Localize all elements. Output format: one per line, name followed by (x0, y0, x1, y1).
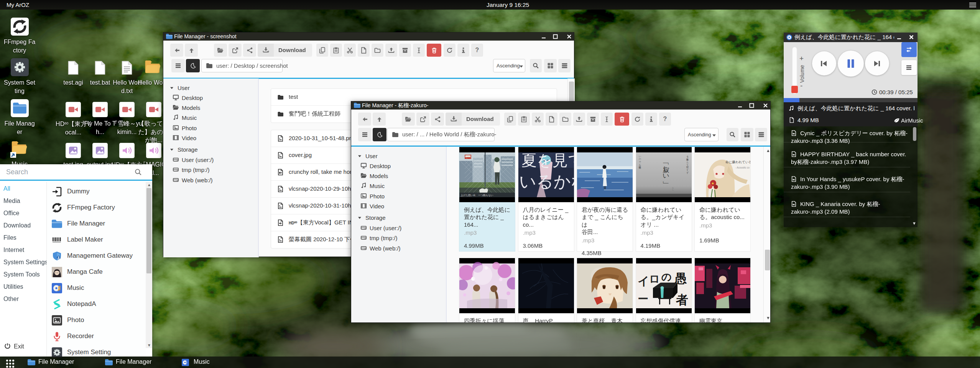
svg-text:- Acoustic co: - Acoustic co (735, 166, 750, 169)
svg-text:る意味なんて近のすず: る意味なんて近のすず (686, 154, 689, 174)
svg-text:上げた想い出 一つ残らない: 上げた想い出 一つ残らない (460, 194, 493, 197)
svg-text:夏を見て: 夏を見て (521, 152, 574, 168)
svg-text:の: の (661, 271, 672, 283)
svg-text:ー: ー (638, 293, 648, 305)
svg-text:ロ: ロ (649, 273, 660, 285)
svg-text:イ: イ (638, 275, 649, 287)
svg-text:いるかな: いるかな (519, 172, 574, 191)
svg-text:者: 者 (676, 293, 688, 307)
svg-text:命に嫌われている。: 命に嫌われている。 (725, 160, 750, 164)
